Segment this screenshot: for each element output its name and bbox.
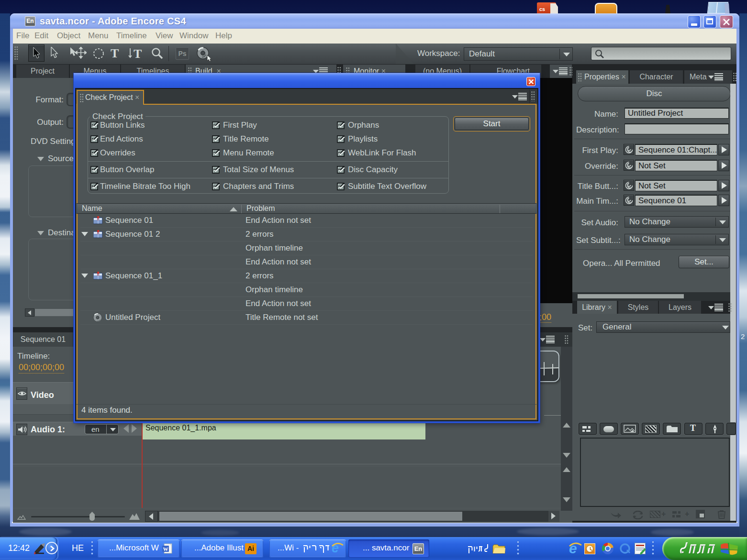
svg-text:W: W (163, 546, 168, 552)
svg-text:T: T (134, 47, 142, 60)
